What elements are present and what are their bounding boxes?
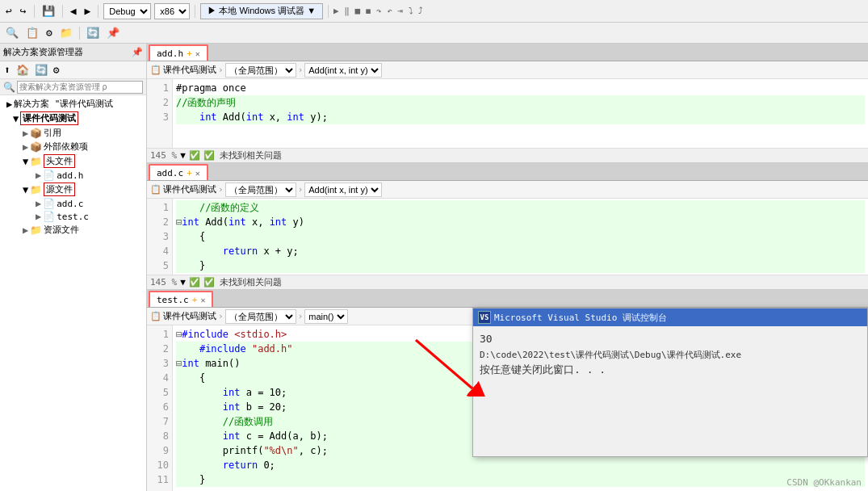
code-line-4-pane2: return x + y; [176,244,865,258]
tree-external[interactable]: ▶ 📦 外部依赖项 [0,140,146,153]
breadcrumb1-pane2: 课件代码测试 [163,183,216,195]
tab-testc-modified: + [192,295,198,305]
headers-label: 头文件 [44,154,75,168]
breadcrumb-icon-pane1: 📋 [150,65,161,75]
solution-explorer: 解决方案资源管理器 📌 ⬆ 🏠 🔄 ⚙ 🔍 ▶ 解决方案 "课件代码测试 [0,44,147,491]
sources-folder-icon: 📁 [30,184,42,195]
tab-addc-close[interactable]: ✕ [195,169,200,178]
pane1-dropdown[interactable]: ▼ [180,150,186,161]
sep1-pane1: › [218,65,224,75]
tree-headers-folder[interactable]: ▼ 📁 头文件 [0,153,146,169]
tree-add-h[interactable]: ▶ 📄 add.h [0,169,146,182]
run-button[interactable]: ▶ 本地 Windows 调试器 ▼ [200,3,323,19]
addc-expand-icon: ▶ [36,198,41,209]
pane2-ok-icon: ✅ [189,277,200,287]
sidebar-search-bar: 🔍 [0,79,146,95]
editor-area: add.h + ✕ 📋 课件代码测试 › （全局范围） › Add(int x,… [147,44,868,491]
pane2-dropdown[interactable]: ▼ [180,277,186,287]
tab-addc[interactable]: add.c + ✕ [149,164,208,180]
tab-addh[interactable]: add.h + ✕ [149,44,208,61]
breadcrumb1-pane3: 课件代码测试 [163,310,216,322]
tab-addc-modified: + [187,168,192,178]
code-area-pane1: 123 #pragma once //函数的声明 int Add(int x, … [147,79,868,148]
scope-select-pane3[interactable]: （全局范围） [225,309,296,324]
editor-pane-testc: test.c + ✕ 📋 课件代码测试 › （全局范围） › main() [147,290,868,491]
res-expand-icon: ▶ [23,225,28,236]
st-icon3[interactable]: 🔄 [32,63,50,77]
tb2-icon5[interactable]: 🔄 [84,26,102,40]
tab-testc[interactable]: test.c + ✕ [149,291,213,307]
toolbar-icons-right: ▶ ‖ ■ ◼ ↷ ↶ ⇥ ⤵ ⤴ [333,6,423,16]
st-icon1[interactable]: ⬆ [2,63,13,77]
toolbar-sep3 [98,5,99,18]
member-select-pane2[interactable]: Add(int x, int y) [304,183,382,197]
arrow-indicator [408,332,489,399]
main-toolbar: ↩ ↪ 💾 ◀ ▶ Debug x86 ▶ 本地 Windows 调试器 ▼ ▶… [0,0,868,23]
res-folder-icon: 📁 [30,225,42,236]
console-line3: 按任意键关闭此窗口. . . [480,362,861,379]
file-icon-testc: 📄 [43,211,55,222]
st-icon4[interactable]: ⚙ [51,63,62,77]
tab-addc-label: add.c [157,168,183,178]
tb2-icon1[interactable]: 🔍 [3,26,21,40]
st-icon2[interactable]: 🏠 [14,63,31,77]
editor-toolbar-pane1: 📋 课件代码测试 › （全局范围） › Add(int x, int y) [147,61,868,79]
headers-expand-icon: ▼ [23,156,28,167]
tree-solution[interactable]: ▶ 解决方案 "课件代码测试 [0,97,146,111]
editor-toolbar-pane2: 📋 课件代码测试 › （全局范围） › Add(int x, int y) [147,181,868,199]
tb2-icon6[interactable]: 📌 [104,26,122,40]
pin-icon[interactable]: 📌 [132,47,143,57]
tree-ref[interactable]: ▶ 📦 引用 [0,126,146,140]
solution-icon: ▶ [6,99,12,110]
toolbar-sep2 [62,5,63,18]
tab-bar-pane3: test.c + ✕ [147,290,868,308]
tab-testc-close[interactable]: ✕ [200,296,205,304]
platform-select[interactable]: x86 [154,3,190,19]
tree-add-c[interactable]: ▶ 📄 add.c [0,197,146,210]
console-panel: VS Microsoft Visual Studio 调试控制台 30 D:\c… [472,308,868,457]
scope-select-pane1[interactable]: （全局范围） [225,63,296,78]
tab-testc-label: test.c [157,295,189,305]
scope-select-pane2[interactable]: （全局范围） [225,183,296,197]
save-icon[interactable]: 💾 [40,4,57,18]
console-title-text: Microsoft Visual Studio 调试控制台 [494,312,667,324]
breadcrumb-icon-pane2: 📋 [150,184,161,195]
line-numbers-pane3: 12345 67891011 [147,325,173,491]
tb2-icon4[interactable]: 📁 [57,26,75,40]
redo-icon[interactable]: ↪ [18,4,29,18]
sep2-pane1: › [298,65,304,75]
code-content-pane1[interactable]: #pragma once //函数的声明 int Add(int x, int … [173,79,868,148]
tb2-icon2[interactable]: 📋 [23,26,41,40]
tree-sources-folder[interactable]: ▼ 📁 源文件 [0,182,146,197]
member-select-pane1[interactable]: Add(int x, int y) [304,63,382,78]
pane1-status: 145 % ▼ ✅ ✅ 未找到相关问题 [147,148,868,162]
tab-addh-label: add.h [157,48,183,59]
back-icon[interactable]: ◀ [68,4,79,18]
sep1-pane2: › [218,184,224,195]
addh-expand-icon: ▶ [36,170,41,181]
console-output: 30 D:\code\2022\test\课件代码测试\Debug\课件代码测试… [473,326,867,384]
tb2-icon3[interactable]: ⚙ [44,26,55,40]
tree-project[interactable]: ▼ 课件代码测试 [0,111,146,126]
project-label: 课件代码测试 [20,111,78,125]
editor-pane-addc: add.c + ✕ 📋 课件代码测试 › （全局范围） › Add(int x,… [147,163,868,290]
forward-icon[interactable]: ▶ [82,4,93,18]
search-input[interactable] [17,81,143,94]
tree-resources-folder[interactable]: ▶ 📁 资源文件 [0,223,146,237]
undo-icon[interactable]: ↩ [3,4,15,18]
toolbar-sep5 [328,5,329,18]
vs-icon: VS [478,311,491,324]
sep2-pane2: › [298,184,304,195]
editor-pane-addh: add.h + ✕ 📋 课件代码测试 › （全局范围） › Add(int x,… [147,44,868,163]
code-content-pane2[interactable]: //函数的定义 ⊟int Add(int x, int y) { return … [173,199,868,275]
testc-expand-icon: ▶ [36,211,41,222]
tab-addh-close[interactable]: ✕ [195,49,200,58]
addh-label: add.h [57,170,83,181]
tree-test-c[interactable]: ▶ 📄 test.c [0,210,146,223]
member-select-pane3[interactable]: main() [304,309,348,324]
pane2-zoom: 145 % [150,277,177,287]
resources-label: 资源文件 [44,224,79,236]
solution-label: 解决方案 "课件代码测试 [14,98,113,110]
red-arrow-svg [408,332,489,397]
debug-config-select[interactable]: Debug [103,3,151,19]
